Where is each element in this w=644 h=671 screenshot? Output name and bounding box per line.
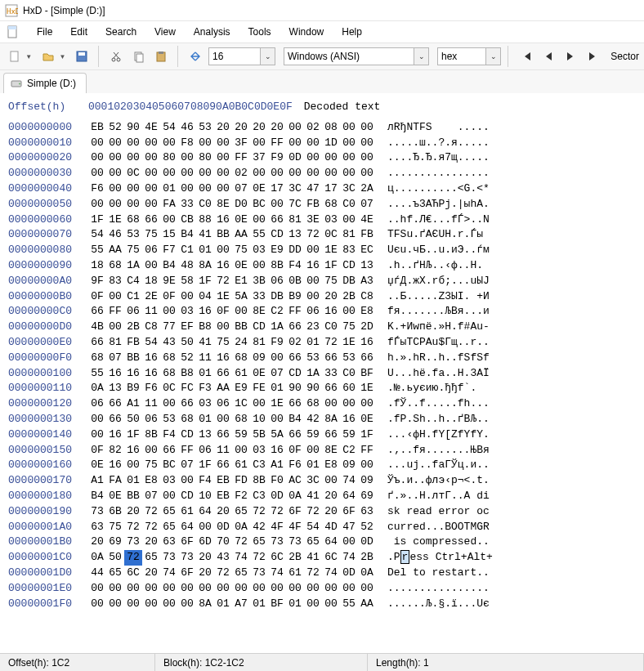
hex-byte[interactable]: AA [106, 243, 124, 258]
hex-byte[interactable]: 06 [214, 396, 232, 412]
hex-byte[interactable]: 72 [304, 504, 322, 520]
open-button[interactable] [38, 47, 57, 66]
hex-byte[interactable]: F4 [196, 473, 214, 489]
hex-byte[interactable]: 00 [268, 351, 286, 366]
hex-byte[interactable]: 24 [232, 335, 250, 351]
hex-byte[interactable]: EB [214, 473, 232, 489]
hex-byte[interactable]: 50 [106, 550, 124, 566]
hex-row[interactable]: 00000001D044656C20746F20726573746172740D… [8, 566, 636, 581]
hex-byte[interactable]: 47 [304, 181, 322, 197]
hex-byte[interactable]: 00 [322, 597, 340, 612]
hex-byte[interactable]: C2 [340, 443, 358, 459]
hex-byte[interactable]: DB [268, 289, 286, 305]
hex-byte[interactable]: 72 [142, 520, 160, 535]
hex-byte[interactable]: B9 [124, 381, 142, 396]
hex-byte[interactable]: C3 [250, 489, 268, 504]
hex-byte[interactable]: 6C [322, 550, 340, 566]
hex-byte[interactable]: 37 [250, 150, 268, 166]
hex-byte[interactable]: 72 [214, 566, 232, 581]
hex-byte[interactable]: 41 [196, 227, 214, 243]
hex-byte[interactable]: 00 [250, 136, 268, 151]
menu-edit[interactable]: Edit [63, 24, 95, 40]
hex-byte[interactable]: 64 [340, 489, 358, 504]
hex-byte[interactable]: 00 [340, 120, 358, 136]
hex-byte[interactable]: DB [340, 274, 358, 289]
hex-byte[interactable]: 1E [322, 243, 340, 258]
save-button[interactable] [73, 47, 92, 66]
hex-byte[interactable]: 16 [268, 443, 286, 459]
hex-byte[interactable]: 00 [196, 136, 214, 151]
hex-byte[interactable]: 16 [106, 458, 124, 473]
hex-byte[interactable]: 46 [106, 227, 124, 243]
hex-byte[interactable]: 6C [268, 550, 286, 566]
hex-byte[interactable]: C1 [178, 243, 196, 258]
hex-byte[interactable]: 00 [340, 166, 358, 181]
hex-byte[interactable]: 16 [106, 427, 124, 443]
hex-byte[interactable]: 66 [160, 443, 178, 459]
hex-byte[interactable]: 00 [88, 166, 106, 181]
hex-byte[interactable]: EF [178, 320, 196, 335]
hex-byte[interactable]: 81 [286, 212, 304, 228]
hex-byte[interactable]: 2B [358, 550, 376, 566]
open-dd-icon[interactable]: ▼ [60, 53, 66, 60]
hex-byte[interactable]: 64 [178, 520, 196, 535]
hex-byte[interactable]: 50 [124, 412, 142, 427]
hex-row[interactable]: 00000001500F82160066FF06110003160F008EC2… [8, 443, 636, 459]
hex-byte[interactable]: 00 [358, 581, 376, 597]
hex-byte[interactable]: 73 [88, 504, 106, 520]
hex-byte[interactable]: 66 [142, 212, 160, 228]
hex-byte[interactable]: 74 [232, 550, 250, 566]
hex-byte[interactable]: 07 [178, 458, 196, 473]
hex-byte[interactable]: 00 [196, 166, 214, 181]
hex-row[interactable]: 000000009018681A00B4488A160E008BF4161FCD… [8, 258, 636, 274]
hex-byte[interactable]: 00 [214, 581, 232, 597]
hex-row[interactable]: 00000000705446537515B441BBAA55CD13720C81… [8, 227, 636, 243]
hex-byte[interactable]: 00 [268, 412, 286, 427]
hex-byte[interactable]: 0E [250, 181, 268, 197]
menu-tools[interactable]: Tools [241, 24, 279, 40]
hex-byte[interactable]: 73 [178, 550, 196, 566]
hex-byte[interactable]: 00 [178, 597, 196, 612]
hex-byte[interactable]: 74 [340, 473, 358, 489]
hex-byte[interactable]: 00 [88, 597, 106, 612]
hex-byte[interactable]: 09 [340, 458, 358, 473]
decoded-text[interactable]: U...hё.fa..Н.3АЇ [376, 366, 533, 382]
hex-byte[interactable]: 1A [268, 320, 286, 335]
decoded-text[interactable]: ...‹фН.fY[ZfYfY. [376, 427, 533, 443]
hex-byte[interactable]: 54 [304, 520, 322, 535]
hex-byte[interactable]: 63 [160, 535, 178, 550]
hex-byte[interactable]: 0F [160, 289, 178, 305]
hex-byte[interactable]: 66 [286, 320, 304, 335]
hex-byte[interactable]: 00 [88, 150, 106, 166]
hex-byte[interactable]: 64 [322, 535, 340, 550]
hex-byte[interactable]: 00 [214, 136, 232, 151]
hex-byte[interactable]: 11 [214, 443, 232, 459]
hex-byte[interactable]: 00 [340, 136, 358, 151]
hex-byte[interactable]: 0E [232, 212, 250, 228]
decoded-text[interactable]: .№.ьуєию.ђђf`. [376, 381, 533, 396]
hex-byte[interactable]: C2 [268, 304, 286, 320]
hex-byte[interactable]: C0 [196, 197, 214, 212]
hex-byte[interactable]: 72 [304, 566, 322, 581]
hex-byte[interactable]: 68 [232, 351, 250, 366]
menu-file[interactable]: File [29, 24, 60, 40]
decoded-text[interactable]: .‚..fя.......ЊВя [376, 443, 533, 459]
hex-byte[interactable]: 0B [286, 274, 304, 289]
hex-byte[interactable]: 16 [214, 212, 232, 228]
hex-byte[interactable]: 74 [340, 550, 358, 566]
hex-byte[interactable]: 5A [268, 427, 286, 443]
hex-byte[interactable]: AA [358, 597, 376, 612]
hex-byte[interactable]: 66 [322, 381, 340, 396]
base-input[interactable] [437, 47, 486, 65]
hex-byte[interactable]: 06 [304, 304, 322, 320]
hex-byte[interactable]: 2A [358, 181, 376, 197]
hex-byte[interactable]: 68 [106, 258, 124, 274]
hex-byte[interactable]: 59 [340, 427, 358, 443]
decoded-text[interactable]: curred...BOOTMGR [376, 520, 533, 535]
hex-byte[interactable]: 8A [322, 412, 340, 427]
hex-byte[interactable]: 00 [340, 304, 358, 320]
hex-byte[interactable]: 00 [304, 289, 322, 305]
hex-byte[interactable]: 23 [304, 320, 322, 335]
hex-byte[interactable]: 00 [142, 258, 160, 274]
hex-row[interactable]: 00000000E06681FB54435041752481F90201721E… [8, 335, 636, 351]
